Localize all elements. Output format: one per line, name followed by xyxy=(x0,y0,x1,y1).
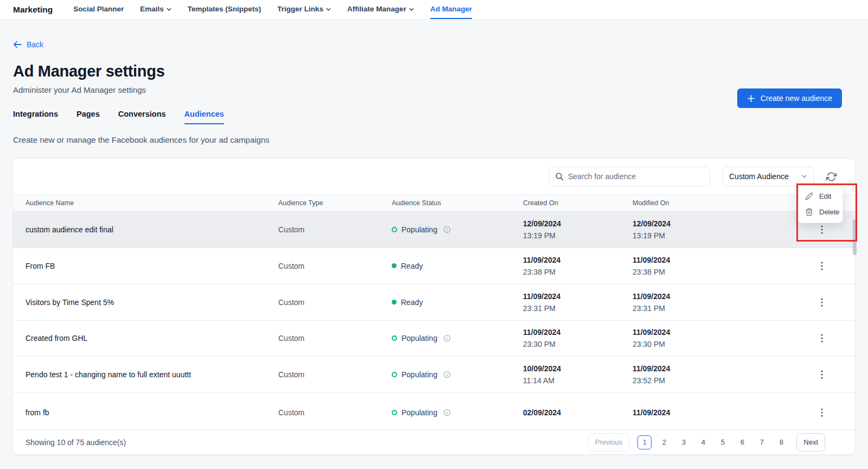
row-kebab-menu-icon[interactable] xyxy=(818,259,826,272)
audience-status: Populating xyxy=(392,334,523,343)
settings-tabs: Integrations Pages Conversions Audiences xyxy=(13,110,855,124)
nav-item-label: Affiliate Manager xyxy=(347,5,406,13)
created-time: 13:19 PM xyxy=(523,230,633,242)
created-on-cell: 11/09/2024 23:30 PM xyxy=(523,326,633,350)
next-page-button[interactable]: Next xyxy=(796,433,825,452)
audience-type: Custom xyxy=(278,298,392,307)
table-row[interactable]: Created from GHL Custom Populating 11/09… xyxy=(13,321,855,357)
row-kebab-menu-icon[interactable] xyxy=(818,368,826,381)
context-menu-edit[interactable]: Edit xyxy=(798,188,843,204)
table-row[interactable]: Pendo test 1 - changing name to full ext… xyxy=(13,357,855,393)
tab-pages[interactable]: Pages xyxy=(76,110,100,124)
tab-integrations[interactable]: Integrations xyxy=(13,110,58,124)
create-new-audience-button[interactable]: Create new audience xyxy=(737,88,842,108)
created-date: 11/09/2024 xyxy=(523,290,633,302)
top-nav: Marketing Social Planner Emails Template… xyxy=(0,0,868,20)
table-row[interactable]: from fb Custom Populating 02/09/2024 11/… xyxy=(13,393,855,429)
modified-time: 23:38 PM xyxy=(633,266,783,278)
tab-conversions[interactable]: Conversions xyxy=(118,110,166,124)
modified-time: 13:19 PM xyxy=(633,230,783,242)
back-link[interactable]: Back xyxy=(13,40,43,49)
table-row[interactable]: From FB Custom Ready 11/09/2024 23:38 PM… xyxy=(13,248,855,284)
table-toolbar: Custom Audience xyxy=(13,159,855,194)
column-header-modified-on: Modified On xyxy=(633,199,783,207)
pagination: Previous 1 2 3 4 5 6 7 8 Next xyxy=(588,433,825,452)
app-title: Marketing xyxy=(13,0,53,19)
table-row-clipped: from fb Custom Populating 02/09/2024 11/… xyxy=(13,393,855,429)
audience-status: Populating xyxy=(392,408,523,417)
status-label: Ready xyxy=(401,262,423,270)
page-button-4[interactable]: 4 xyxy=(696,435,710,449)
row-context-menu: Edit Delete xyxy=(797,185,843,223)
chevron-down-icon xyxy=(801,174,807,179)
menu-item-label: Delete xyxy=(819,208,840,216)
column-header-created-on: Created On xyxy=(523,199,633,207)
nav-item-templates-snippets[interactable]: Templates (Snippets) xyxy=(188,0,261,19)
audience-type: Custom xyxy=(278,370,392,379)
status-dot-populating-icon xyxy=(392,410,397,415)
context-menu-delete[interactable]: Delete xyxy=(798,204,843,220)
showing-count-text: Showing 10 of 75 audience(s) xyxy=(25,438,126,447)
page-button-5[interactable]: 5 xyxy=(716,435,730,449)
info-icon[interactable] xyxy=(443,334,451,342)
column-header-audience-status: Audience Status xyxy=(392,199,523,207)
audience-search-input[interactable] xyxy=(549,167,710,186)
page-button-6[interactable]: 6 xyxy=(735,435,749,449)
status-label: Populating xyxy=(401,225,437,234)
info-icon[interactable] xyxy=(443,226,451,233)
page-button-3[interactable]: 3 xyxy=(676,435,691,449)
page-button-8[interactable]: 8 xyxy=(774,435,788,449)
created-date: 12/09/2024 xyxy=(523,218,633,230)
audience-name: Visitors by Time Spent 5% xyxy=(25,298,278,307)
nav-item-trigger-links[interactable]: Trigger Links xyxy=(277,0,331,19)
audience-type: Custom xyxy=(278,262,392,270)
audience-status: Populating xyxy=(392,370,523,379)
modified-on-cell: 11/09/2024 23:31 PM xyxy=(633,290,783,314)
modified-date: 11/09/2024 xyxy=(633,407,783,419)
status-dot-ready-icon xyxy=(392,263,397,268)
page-header: Back Ad Manager settings Administer your… xyxy=(0,20,868,144)
row-kebab-menu-icon[interactable] xyxy=(818,406,826,419)
audience-name: from fb xyxy=(25,408,278,417)
row-kebab-menu-icon[interactable] xyxy=(818,296,826,309)
actions-cell xyxy=(783,296,843,309)
nav-item-emails[interactable]: Emails xyxy=(140,0,171,19)
column-header-audience-name: Audience Name xyxy=(25,199,278,207)
table-footer: Showing 10 of 75 audience(s) Previous 1 … xyxy=(13,429,855,454)
nav-item-affiliate-manager[interactable]: Affiliate Manager xyxy=(347,0,414,19)
audience-type-filter-dropdown[interactable]: Custom Audience xyxy=(722,167,814,186)
plus-icon xyxy=(747,94,755,103)
modified-on-cell: 11/09/2024 23:52 PM xyxy=(633,363,783,386)
modified-time: 23:31 PM xyxy=(633,302,783,314)
page-button-2[interactable]: 2 xyxy=(657,435,671,449)
page-button-1[interactable]: 1 xyxy=(637,435,652,449)
audience-type: Custom xyxy=(278,408,392,417)
status-label: Ready xyxy=(401,298,423,307)
created-on-cell: 02/09/2024 xyxy=(523,407,633,419)
modified-time: 23:52 PM xyxy=(633,375,783,386)
created-on-cell: 11/09/2024 23:38 PM xyxy=(523,254,633,278)
actions-cell xyxy=(783,406,843,419)
table-row[interactable]: Visitors by Time Spent 5% Custom Ready 1… xyxy=(13,284,855,321)
table-row[interactable]: custom audience edit final Custom Popula… xyxy=(13,212,855,248)
table-header: Audience Name Audience Type Audience Sta… xyxy=(13,194,855,212)
previous-page-button[interactable]: Previous xyxy=(588,433,630,452)
info-icon[interactable] xyxy=(443,371,451,378)
status-dot-populating-icon xyxy=(392,335,397,341)
tab-audiences[interactable]: Audiences xyxy=(184,110,224,124)
nav-item-social-planner[interactable]: Social Planner xyxy=(73,0,124,19)
row-kebab-menu-icon[interactable] xyxy=(818,332,826,345)
scrollbar-thumb[interactable] xyxy=(853,219,857,255)
nav-item-ad-manager[interactable]: Ad Manager xyxy=(430,0,472,19)
row-kebab-menu-icon[interactable] xyxy=(818,223,826,236)
pencil-icon xyxy=(805,192,813,200)
page-button-7[interactable]: 7 xyxy=(755,435,769,449)
nav-item-label: Social Planner xyxy=(73,5,124,13)
modified-date: 12/09/2024 xyxy=(633,218,783,230)
info-icon[interactable] xyxy=(443,409,451,416)
status-label: Populating xyxy=(401,370,437,379)
nav-item-label: Ad Manager xyxy=(430,5,472,13)
audience-name: From FB xyxy=(25,262,278,270)
audiences-card: Custom Audience Audience Name Audience T… xyxy=(12,158,856,455)
refresh-button[interactable] xyxy=(826,172,837,182)
